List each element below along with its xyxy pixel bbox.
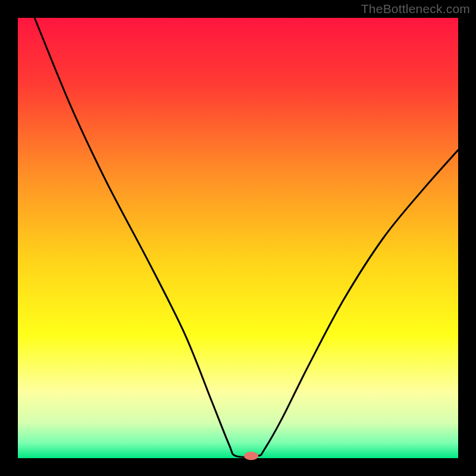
- gradient-background: [18, 18, 458, 458]
- watermark-text: TheBottleneck.com: [361, 2, 470, 16]
- chart-frame: TheBottleneck.com: [0, 0, 476, 476]
- optimal-point-marker: [244, 452, 258, 460]
- bottleneck-chart: [0, 0, 476, 476]
